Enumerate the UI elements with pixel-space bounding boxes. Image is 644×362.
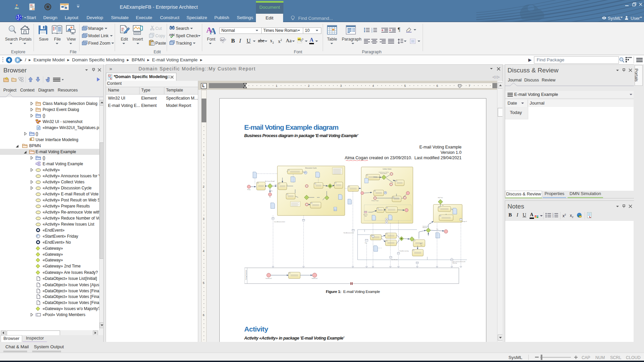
svg-text:Issue Announcement: Issue Announcement bbox=[274, 221, 285, 223]
svg-text:ABC: ABC bbox=[169, 33, 175, 37]
svg-text:6: 6 bbox=[436, 84, 438, 87]
svg-text:A: A bbox=[210, 26, 216, 35]
svg-text:Voting Scheduler: Voting Scheduler bbox=[245, 269, 247, 280]
svg-text:Change Vote Timeout: Change Vote Timeout bbox=[462, 221, 467, 222]
svg-text:Are Issues Ready?: Are Issues Ready? bbox=[265, 181, 275, 182]
svg-text:1: 1 bbox=[203, 153, 205, 157]
svg-text:3: 3 bbox=[340, 84, 342, 87]
svg-text:3: 3 bbox=[203, 217, 205, 221]
svg-text:1: 1 bbox=[276, 84, 277, 87]
svg-text:4: 4 bbox=[372, 84, 374, 87]
svg-text:Friday: Friday bbox=[247, 189, 251, 190]
svg-text:Yes: Yes bbox=[436, 229, 438, 230]
svg-text:5: 5 bbox=[203, 281, 205, 285]
svg-text:Collect Votes: Collect Votes bbox=[383, 168, 392, 170]
svg-text:3: 3 bbox=[371, 31, 372, 33]
svg-text:6: 6 bbox=[203, 313, 205, 317]
svg-text:Yes: Yes bbox=[275, 184, 277, 185]
svg-text:Deadline warning: Deadline warning bbox=[399, 250, 409, 252]
svg-text:Yes: Yes bbox=[429, 223, 431, 224]
svg-text:Majority?: Majority? bbox=[423, 227, 427, 228]
svg-text:Yes: Yes bbox=[442, 205, 444, 206]
svg-text:4: 4 bbox=[203, 249, 205, 253]
svg-text:3: 3 bbox=[552, 216, 553, 218]
svg-text:Delay 5 Days: Delay 5 Days bbox=[372, 200, 379, 201]
svg-text:No: No bbox=[269, 196, 271, 198]
svg-text:Voting Week?: Voting Week? bbox=[380, 173, 387, 174]
svg-text:Vote: Vote bbox=[365, 242, 367, 244]
svg-text:Discussion Cycle: Discussion Cycle bbox=[305, 167, 317, 169]
svg-text:Vote Results: Vote Results bbox=[391, 259, 398, 260]
svg-text:Vote Announcement: Vote Announcement bbox=[343, 232, 354, 234]
svg-text:ab: ab bbox=[298, 38, 301, 41]
svg-text:No: No bbox=[271, 190, 273, 192]
svg-text:5: 5 bbox=[404, 84, 406, 87]
svg-text:EndEvent2: EndEvent2 bbox=[312, 278, 317, 279]
svg-text:Yes: Yes bbox=[420, 245, 422, 246]
svg-text:Half Time: Half Time bbox=[438, 197, 443, 198]
svg-text:7: 7 bbox=[469, 84, 470, 87]
svg-text:StartEvent2: StartEvent2 bbox=[266, 278, 272, 279]
svg-text:Warning: Warning bbox=[452, 262, 457, 264]
svg-text:2: 2 bbox=[203, 185, 205, 188]
svg-text:2: 2 bbox=[308, 84, 310, 87]
svg-text:Vote: Vote bbox=[364, 216, 367, 217]
